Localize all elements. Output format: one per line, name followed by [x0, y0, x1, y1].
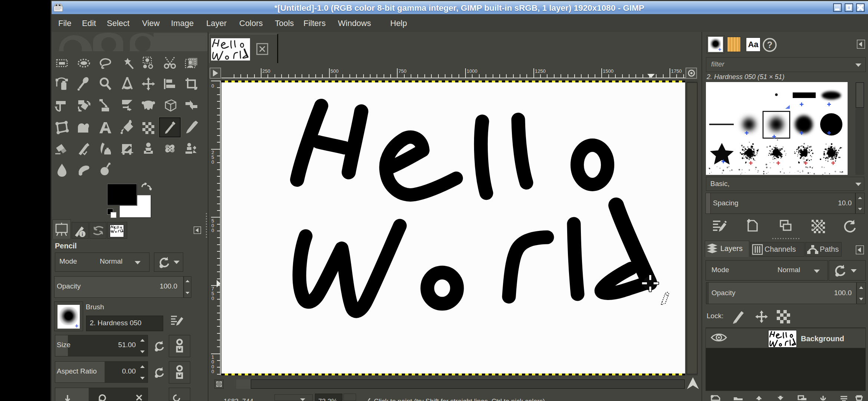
svg-text:i: i	[82, 231, 83, 237]
svg-text:?: ?	[767, 40, 773, 50]
